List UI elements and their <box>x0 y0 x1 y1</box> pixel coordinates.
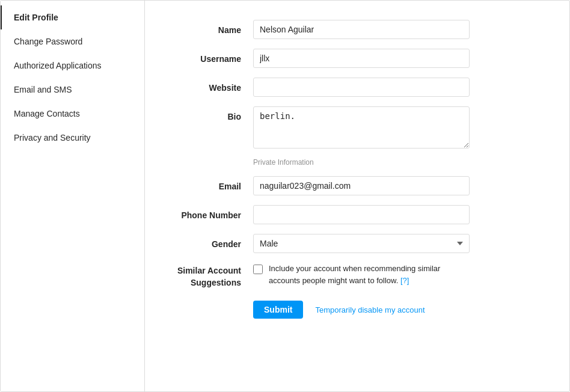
similar-accounts-content: Include your account when recommending s… <box>253 263 470 286</box>
similar-accounts-text: Include your account when recommending s… <box>269 263 470 286</box>
bio-row: Bio <box>169 106 470 149</box>
submit-row: Submit Temporarily disable my account <box>253 301 470 319</box>
page-wrapper: Edit ProfileChange PasswordAuthorized Ap… <box>0 0 570 392</box>
disable-account-link[interactable]: Temporarily disable my account <box>315 305 424 314</box>
website-label: Website <box>169 78 253 94</box>
email-input[interactable] <box>253 176 470 195</box>
phone-row: Phone Number <box>169 205 470 224</box>
similar-accounts-checkbox[interactable] <box>253 265 263 274</box>
sidebar-item-edit-profile[interactable]: Edit Profile <box>1 5 144 29</box>
sidebar-item-email-and-sms[interactable]: Email and SMS <box>1 78 144 102</box>
phone-input[interactable] <box>253 205 470 224</box>
email-label: Email <box>169 176 253 193</box>
email-row: Email <box>169 176 470 195</box>
submit-button[interactable]: Submit <box>253 301 303 319</box>
gender-label: Gender <box>169 234 253 251</box>
gender-select[interactable]: MaleFemalePrefer not to sayCustom <box>253 234 470 253</box>
sidebar: Edit ProfileChange PasswordAuthorized Ap… <box>1 1 145 391</box>
gender-row: Gender MaleFemalePrefer not to sayCustom <box>169 234 470 253</box>
name-row: Name <box>169 20 470 39</box>
website-input[interactable] <box>253 78 470 97</box>
sidebar-item-change-password[interactable]: Change Password <box>1 29 144 54</box>
website-row: Website <box>169 78 470 97</box>
username-row: Username <box>169 49 470 68</box>
phone-label: Phone Number <box>169 205 253 222</box>
sidebar-item-privacy-and-security[interactable]: Privacy and Security <box>1 126 144 150</box>
name-input[interactable] <box>253 20 470 39</box>
username-label: Username <box>169 49 253 66</box>
sidebar-item-authorized-applications[interactable]: Authorized Applications <box>1 54 144 78</box>
sidebar-item-manage-contacts[interactable]: Manage Contacts <box>1 102 144 126</box>
bio-label: Bio <box>169 106 253 123</box>
main-content: Name Username Website Bio Private Inform… <box>145 1 569 391</box>
similar-accounts-row: Similar Account Suggestions Include your… <box>169 263 470 289</box>
similar-accounts-label: Similar Account Suggestions <box>169 263 253 289</box>
name-label: Name <box>169 20 253 37</box>
form-section: Name Username Website Bio Private Inform… <box>169 20 470 319</box>
username-input[interactable] <box>253 49 470 68</box>
private-info-label: Private Information <box>253 158 470 167</box>
similar-accounts-help-link[interactable]: [?] <box>400 276 409 285</box>
bio-input[interactable] <box>253 106 470 149</box>
